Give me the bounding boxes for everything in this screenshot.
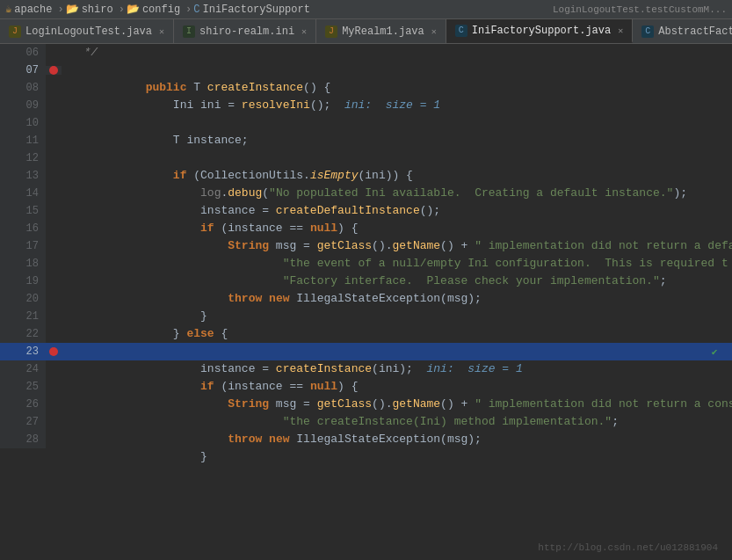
- code-line-23: 23 instance = createInstance(ini); ini: …: [0, 343, 732, 360]
- code-line-14: 14 instance = createDefaultInstance();: [0, 185, 732, 202]
- code-line-21: 21 } else {: [0, 308, 732, 325]
- close-icon[interactable]: ✕: [301, 26, 307, 37]
- code-line-20: 20 }: [0, 290, 732, 308]
- code-line-24: 24 if (instance == null) {: [0, 360, 732, 378]
- tab-myrealm[interactable]: J MyRealm1.java ✕: [316, 19, 446, 43]
- code-line-22: 22 log.debug("Creating instance from Ini…: [0, 325, 732, 343]
- tab-abstractfactory[interactable]: C AbstractFactory.java ✕: [633, 19, 732, 43]
- watermark: http://blog.csdn.net/u012881904: [538, 542, 718, 553]
- tab-icon-java: J: [325, 25, 337, 38]
- code-line-10: 10 T instance;: [0, 114, 732, 132]
- tab-loginlogout[interactable]: J LoginLogoutTest.java ✕: [0, 19, 174, 43]
- close-icon[interactable]: ✕: [431, 26, 437, 37]
- tab-icon-class: C: [455, 25, 467, 37]
- tab-inifactorysupport[interactable]: C IniFactorySupport.java ✕: [446, 19, 633, 43]
- code-line-15: 15 if (instance == null) {: [0, 202, 732, 220]
- code-line-19: 19 throw new IllegalStateException(msg);: [0, 273, 732, 290]
- breadcrumb-shiro[interactable]: 📂 shiro: [66, 3, 113, 16]
- tab-icon-ini: I: [183, 25, 195, 38]
- tab-shiro-realm[interactable]: I shiro-realm.ini ✕: [174, 19, 316, 43]
- code-line-08: 08 Ini ini = resolveIni(); ini: size = 1: [0, 79, 732, 97]
- code-line-09: 09: [0, 97, 732, 114]
- code-line-16: 16 String msg = getClass().getName() + "…: [0, 220, 732, 237]
- code-line-17: 17 "the event of a null/empty Ini config…: [0, 237, 732, 255]
- code-line-27: 27 throw new IllegalStateException(msg);: [0, 413, 732, 431]
- breakpoint-indicator: [49, 66, 58, 75]
- breadcrumb-project[interactable]: ☕ apache: [5, 3, 52, 16]
- close-icon[interactable]: ✕: [159, 26, 164, 37]
- tab-icon-java: J: [9, 25, 21, 38]
- code-line-18: 18 "Factory interface. Please check your…: [0, 255, 732, 273]
- tabs-bar: J LoginLogoutTest.java ✕ I shiro-realm.i…: [0, 19, 732, 44]
- error-indicator: [49, 347, 58, 356]
- code-line-11: 11: [0, 132, 732, 149]
- close-icon[interactable]: ✕: [618, 25, 623, 36]
- code-container: 06 */ 07 public T createInstance() { 08 …: [0, 44, 732, 560]
- code-line-25: 25 String msg = getClass().getName() + "…: [0, 378, 732, 396]
- code-line-13: 13 log.debug("No populated Ini available…: [0, 167, 732, 185]
- code-line-26: 26 "the createInstance(Ini) method imple…: [0, 396, 732, 413]
- breadcrumb-test: LoginLogoutTest.testCustomM...: [553, 4, 727, 15]
- code-line-28: 28 }: [0, 431, 732, 448]
- green-check-icon: ✔: [709, 343, 720, 360]
- breadcrumb-config[interactable]: 📂 config: [127, 3, 180, 16]
- code-line-07: 07 public T createInstance() {: [0, 62, 732, 79]
- tab-icon-class: C: [641, 25, 654, 38]
- code-line-12: 12 if (CollectionUtils.isEmpty(ini)) {: [0, 149, 732, 167]
- code-line-06: 06 */: [0, 44, 732, 62]
- breadcrumb-class[interactable]: C IniFactorySupport: [193, 4, 310, 16]
- breadcrumb-bar: ☕ apache › 📂 shiro › 📂 config › C IniFac…: [0, 0, 732, 19]
